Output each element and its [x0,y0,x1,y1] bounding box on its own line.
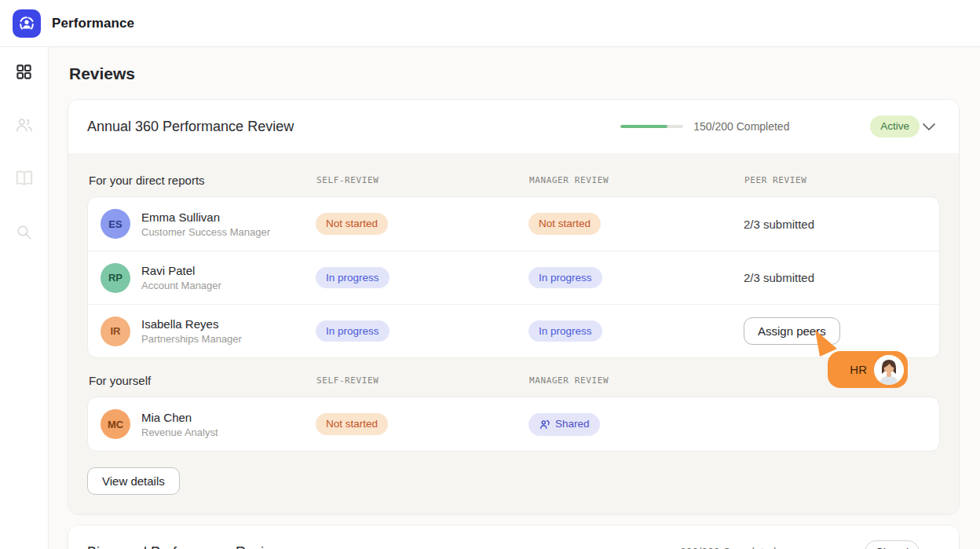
main-content: Reviews Annual 360 Performance Review 15… [49,47,980,549]
person-role: Account Manager [141,280,221,291]
yourself-header-row: For yourself SELF-REVIEW MANAGER REVIEW [87,368,940,397]
avatar: ES [101,209,130,239]
sidebar-item-dashboard[interactable] [14,61,35,82]
page-title: Reviews [69,64,960,83]
person-cell: MC Mia Chen Revenue Analyst [101,409,316,439]
view-details-button[interactable]: View details [87,467,180,495]
manager-review-status-badge: Shared [528,413,600,436]
table-row-ravi-patel[interactable]: RP Ravi Patel Account Manager In progres… [88,251,939,304]
peer-review-status-text: 2/3 submitted [744,271,927,284]
direct-reports-header-row: For your direct reports SELF-REVIEW MANA… [87,167,940,196]
progress-label: 200/200 Completed [680,546,776,549]
avatar: MC [101,409,130,439]
people-icon [14,115,35,135]
person-360-icon [17,14,36,33]
person-name: Isabella Reyes [141,317,242,331]
direct-reports-table: ES Emma Sullivan Customer Success Manage… [87,196,940,358]
status-badge: Active [870,115,920,137]
shared-person-icon [539,419,550,430]
sidebar-item-handbook[interactable] [14,168,35,188]
avatar: IR [101,317,130,346]
sidebar-item-people[interactable] [14,115,35,135]
app-title: Performance [52,16,134,31]
chevron-down-icon [920,543,938,549]
self-review-status-badge: In progress [316,320,389,342]
person-cell: IR Isabella Reyes Partnerships Manager [101,317,316,346]
column-header-self-review: SELF-REVIEW [316,175,529,185]
person-name: Emma Sullivan [141,210,270,224]
section-title: For yourself [89,374,316,387]
manager-review-status-badge: In progress [528,267,602,289]
manager-review-status-label: Shared [555,419,590,430]
collapse-card-button[interactable] [920,117,938,136]
manager-review-status-badge: In progress [528,320,602,342]
sidebar-item-search[interactable] [14,221,35,242]
card-header[interactable]: Bi-annual Performance Review 200/200 Com… [68,525,959,549]
book-icon [14,168,35,188]
search-icon [14,222,34,242]
table-row-isabella-reyes[interactable]: IR Isabella Reyes Partnerships Manager I… [88,304,939,357]
person-cell: ES Emma Sullivan Customer Success Manage… [101,209,316,239]
grid-icon [15,63,33,81]
column-header-peer-review: PEER REVIEW [744,175,940,185]
app-window: { "app": { "name": "Performance", "logo_… [0,0,980,549]
assign-peers-button[interactable]: Assign peers [744,317,840,345]
column-header-manager-review: MANAGER REVIEW [529,375,744,386]
card-header[interactable]: Annual 360 Performance Review 150/200 Co… [68,100,959,153]
table-row-emma-sullivan[interactable]: ES Emma Sullivan Customer Success Manage… [88,197,939,251]
person-role: Revenue Analyst [141,426,218,438]
column-header-self-review: SELF-REVIEW [316,375,529,386]
expand-card-button[interactable] [920,543,938,549]
progress-bar [620,125,683,128]
review-card-annual-360: Annual 360 Performance Review 150/200 Co… [68,99,960,514]
person-cell: RP Ravi Patel Account Manager [101,263,316,293]
person-role: Customer Success Manager [141,226,270,238]
top-bar: Performance [0,0,980,47]
manager-review-status-badge: Not started [528,213,601,235]
review-card-bi-annual: Bi-annual Performance Review 200/200 Com… [68,525,960,549]
card-title: Bi-annual Performance Review [87,544,282,549]
sidebar [0,47,49,549]
peer-review-status-text: 2/3 submitted [744,218,927,231]
avatar: RP [101,263,130,293]
table-row-mia-chen[interactable]: MC Mia Chen Revenue Analyst Not started [88,397,939,451]
chevron-down-icon [920,117,938,136]
self-review-status-badge: Not started [316,213,388,235]
self-review-status-badge: Not started [316,413,388,435]
app-logo[interactable] [13,9,41,38]
progress-group: 150/200 Completed [620,120,803,133]
status-badge: Closed [865,540,920,549]
progress-label: 150/200 Completed [693,120,789,133]
self-review-status-badge: In progress [316,267,389,289]
card-title: Annual 360 Performance Review [87,119,294,135]
progress-group: 200/200 Completed [607,546,789,549]
person-name: Mia Chen [141,411,218,424]
section-title: For your direct reports [89,174,316,187]
column-header-manager-review: MANAGER REVIEW [529,175,744,185]
person-role: Partnerships Manager [141,333,242,345]
card-body: For your direct reports SELF-REVIEW MANA… [68,153,959,514]
person-name: Ravi Patel [141,264,221,277]
yourself-table: MC Mia Chen Revenue Analyst Not started [87,397,940,452]
